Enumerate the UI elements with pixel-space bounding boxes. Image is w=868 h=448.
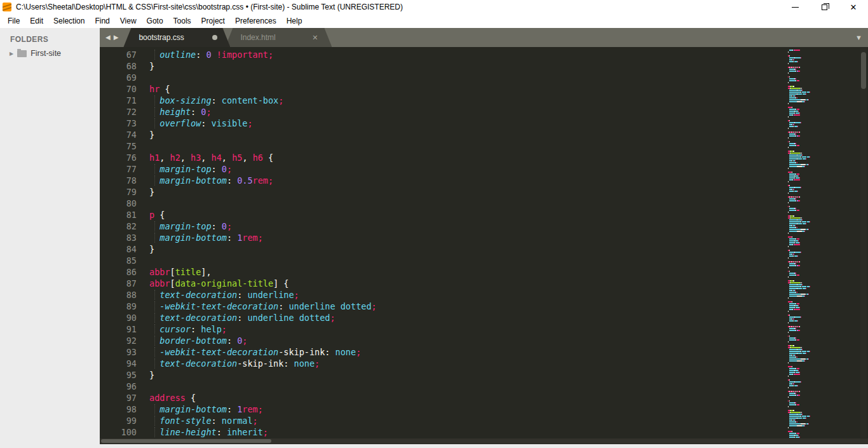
line-number[interactable]: 90 <box>100 312 137 323</box>
menu-item-project[interactable]: Project <box>196 15 230 27</box>
code-line[interactable]: 96 <box>100 381 779 392</box>
code-line[interactable]: 82 margin-top: 0; <box>100 221 779 232</box>
line-number[interactable]: 79 <box>100 186 137 198</box>
line-number[interactable]: 75 <box>100 140 137 152</box>
line-number[interactable]: 68 <box>100 60 137 72</box>
line-number[interactable]: 84 <box>100 243 137 255</box>
minimap[interactable] <box>788 50 859 438</box>
line-number[interactable]: 77 <box>100 163 137 175</box>
line-number[interactable]: 89 <box>100 301 137 312</box>
code-line[interactable]: 68} <box>100 60 779 72</box>
line-number[interactable]: 92 <box>100 335 137 346</box>
code-line[interactable]: 91 cursor: help; <box>100 323 779 335</box>
code-line[interactable]: 98 margin-bottom: 1rem; <box>100 404 779 415</box>
vertical-scrollbar-thumb[interactable] <box>861 52 866 89</box>
horizontal-scrollbar[interactable] <box>100 438 868 444</box>
sidebar-item-first-site[interactable]: ▶ First-site <box>0 48 100 59</box>
line-number[interactable]: 72 <box>100 106 137 118</box>
line-number[interactable]: 98 <box>100 404 137 415</box>
line-number[interactable]: 97 <box>100 392 137 404</box>
code-line[interactable]: 76h1, h2, h3, h4, h5, h6 { <box>100 152 779 163</box>
line-number[interactable]: 78 <box>100 175 137 186</box>
code-line[interactable]: 73 overflow: visible; <box>100 118 779 129</box>
code-line[interactable]: 84} <box>100 243 779 255</box>
line-number[interactable]: 67 <box>100 49 137 60</box>
line-number[interactable]: 73 <box>100 118 137 129</box>
tab-overflow-icon[interactable]: ▼ <box>855 34 862 41</box>
code-line[interactable]: 93 -webkit-text-decoration-skip-ink: non… <box>100 346 779 358</box>
line-number[interactable]: 83 <box>100 232 137 243</box>
line-number[interactable]: 86 <box>100 266 137 278</box>
code-line[interactable]: 83 margin-bottom: 1rem; <box>100 232 779 243</box>
code-line[interactable]: 81p { <box>100 209 779 221</box>
tab-close-icon[interactable]: ✕ <box>311 33 319 43</box>
line-number[interactable]: 91 <box>100 323 137 335</box>
code-pane[interactable]: 67 outline: 0 !important;68}6970hr {71 b… <box>100 49 779 438</box>
code-line[interactable]: 77 margin-top: 0; <box>100 163 779 175</box>
menu-item-file[interactable]: File <box>3 15 25 27</box>
line-number[interactable]: 99 <box>100 415 137 426</box>
code-line[interactable]: 74} <box>100 129 779 140</box>
menu-item-goto[interactable]: Goto <box>142 15 168 27</box>
line-number[interactable]: 88 <box>100 289 137 301</box>
chevron-right-icon[interactable]: ▶ <box>10 51 13 57</box>
code-line[interactable]: 80 <box>100 198 779 209</box>
line-number[interactable]: 87 <box>100 278 137 289</box>
tab-bootstrap.css[interactable]: bootstrap.css <box>123 28 230 47</box>
line-number[interactable]: 70 <box>100 83 137 95</box>
line-number[interactable]: 69 <box>100 72 137 83</box>
code-line[interactable]: 99 font-style: normal; <box>100 415 779 426</box>
code-line[interactable]: 70hr { <box>100 83 779 95</box>
menu-item-tools[interactable]: Tools <box>168 15 196 27</box>
menu-item-find[interactable]: Find <box>90 15 114 27</box>
line-number[interactable]: 76 <box>100 152 137 163</box>
code-line[interactable]: 75 <box>100 140 779 152</box>
code-line[interactable]: 86abbr[title], <box>100 266 779 278</box>
menu-item-selection[interactable]: Selection <box>48 15 90 27</box>
nav-back-icon[interactable]: ◀ <box>105 34 111 41</box>
code-line[interactable]: 85 <box>100 255 779 266</box>
nav-forward-icon[interactable]: ▶ <box>114 34 119 41</box>
code-line[interactable]: 97address { <box>100 392 779 404</box>
line-number[interactable]: 81 <box>100 209 137 221</box>
code-line[interactable]: 95} <box>100 369 779 381</box>
line-number[interactable]: 95 <box>100 369 137 381</box>
code-line[interactable]: 78 margin-bottom: 0.5rem; <box>100 175 779 186</box>
code-line[interactable]: 69 <box>100 72 779 83</box>
line-number[interactable]: 80 <box>100 198 137 209</box>
close-button[interactable]: ✕ <box>839 0 868 14</box>
code-text: margin-top: 0; <box>137 221 232 232</box>
line-number[interactable]: 82 <box>100 221 137 232</box>
code-line[interactable]: 67 outline: 0 !important; <box>100 49 779 60</box>
code-line[interactable]: 79} <box>100 186 779 198</box>
menu-item-edit[interactable]: Edit <box>25 15 48 27</box>
tab-index.html[interactable]: Index.html✕ <box>225 28 332 47</box>
line-number[interactable]: 85 <box>100 255 137 266</box>
line-number[interactable]: 94 <box>100 358 137 369</box>
modified-dot-icon <box>212 35 217 40</box>
menu-item-preferences[interactable]: Preferences <box>230 15 281 27</box>
restore-button[interactable] <box>810 0 839 14</box>
code-line[interactable]: 88 text-decoration: underline; <box>100 289 779 301</box>
horizontal-scrollbar-thumb[interactable] <box>101 439 271 443</box>
code-text <box>137 198 149 209</box>
menu-item-view[interactable]: View <box>115 15 142 27</box>
line-number[interactable]: 96 <box>100 381 137 392</box>
line-number[interactable]: 71 <box>100 95 137 106</box>
editor-body[interactable]: 67 outline: 0 !important;68}6970hr {71 b… <box>100 47 868 444</box>
menu-item-help[interactable]: Help <box>281 15 308 27</box>
line-number[interactable]: 100 <box>100 426 137 438</box>
code-text: abbr[data-original-title] { <box>137 278 288 289</box>
line-number[interactable]: 74 <box>100 129 137 140</box>
minimize-button[interactable] <box>780 0 810 14</box>
vertical-scrollbar[interactable] <box>860 48 867 438</box>
code-line[interactable]: 90 text-decoration: underline dotted; <box>100 312 779 323</box>
code-line[interactable]: 100 line-height: inherit; <box>100 426 779 438</box>
code-line[interactable]: 71 box-sizing: content-box; <box>100 95 779 106</box>
code-line[interactable]: 72 height: 0; <box>100 106 779 118</box>
line-number[interactable]: 93 <box>100 346 137 358</box>
code-line[interactable]: 92 border-bottom: 0; <box>100 335 779 346</box>
code-line[interactable]: 87abbr[data-original-title] { <box>100 278 779 289</box>
code-line[interactable]: 94 text-decoration-skip-ink: none; <box>100 358 779 369</box>
code-line[interactable]: 89 -webkit-text-decoration: underline do… <box>100 301 779 312</box>
